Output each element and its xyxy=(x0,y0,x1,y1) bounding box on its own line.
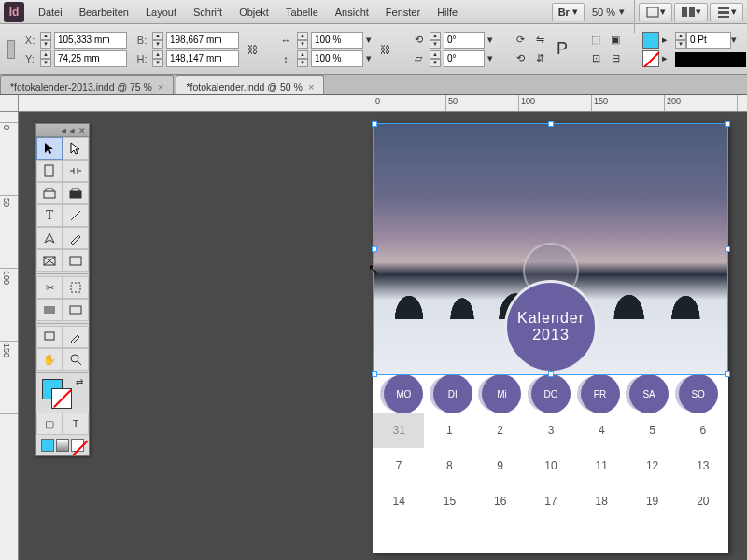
workspace-button[interactable]: ▾ xyxy=(710,3,743,21)
rotate-cw-icon[interactable]: ⟳ xyxy=(512,32,529,49)
menu-window[interactable]: Fenster xyxy=(377,3,429,21)
scale-x-icon: ↔ xyxy=(277,32,294,49)
flip-v-icon[interactable]: ⇵ xyxy=(531,50,548,67)
svg-rect-2 xyxy=(689,7,695,17)
resize-handle-e[interactable] xyxy=(725,246,730,252)
toolbox-panel[interactable]: ◄◄ ✕ T ✂ ✋ xyxy=(35,123,90,456)
day-header: Mi xyxy=(482,374,521,413)
note-tool[interactable] xyxy=(36,326,63,348)
y-input[interactable] xyxy=(54,50,127,67)
menu-type[interactable]: Schrift xyxy=(185,3,231,21)
menu-help[interactable]: Hilfe xyxy=(429,3,466,21)
selection-tool[interactable] xyxy=(36,137,63,160)
gap-tool[interactable] xyxy=(63,160,89,182)
h-spinner[interactable]: ▲▼ xyxy=(152,50,163,67)
selection-bounding-box[interactable] xyxy=(374,123,728,375)
none-mode-icon[interactable] xyxy=(71,439,84,452)
pencil-tool[interactable] xyxy=(63,227,89,249)
sy-spinner[interactable]: ▲▼ xyxy=(297,50,308,67)
resize-handle-s[interactable] xyxy=(548,371,554,377)
resize-handle-sw[interactable] xyxy=(372,371,377,377)
scale-x-input[interactable] xyxy=(311,32,363,49)
page-tool[interactable] xyxy=(36,160,63,182)
bridge-button[interactable]: Br ▾ xyxy=(552,3,585,21)
constrain-link-icon[interactable]: ⛓ xyxy=(247,41,259,58)
menu-layout[interactable]: Layout xyxy=(137,3,185,21)
ruler-vertical[interactable]: 0 50 100 150 xyxy=(0,112,19,560)
resize-handle-nw[interactable] xyxy=(372,121,377,127)
stroke-swatch[interactable] xyxy=(642,50,659,67)
line-tool[interactable] xyxy=(63,204,89,227)
arrange-button[interactable]: ▾ xyxy=(674,3,708,21)
day-header: SO xyxy=(679,374,718,413)
w-input[interactable] xyxy=(166,32,239,49)
type-tool[interactable]: T xyxy=(36,204,63,227)
apply-color-tool[interactable]: ▢ xyxy=(36,413,63,435)
flip-h-icon[interactable]: ⇋ xyxy=(531,32,548,49)
resize-handle-n[interactable] xyxy=(548,121,554,127)
ruler-horizontal[interactable]: 0 50 100 150 200 xyxy=(19,95,747,112)
cal-cell: 8 xyxy=(424,448,474,483)
content-collector-tool[interactable] xyxy=(36,182,63,204)
zoom-tool[interactable] xyxy=(63,348,89,371)
select-container-icon[interactable]: ▣ xyxy=(607,32,624,49)
close-icon[interactable]: × xyxy=(308,81,314,92)
rot-spinner[interactable]: ▲▼ xyxy=(430,32,441,49)
sx-spinner[interactable]: ▲▼ xyxy=(297,32,308,49)
stroke-weight-input[interactable] xyxy=(686,32,731,49)
screen-mode-button[interactable]: ▾ xyxy=(639,3,672,21)
eyedropper-tool[interactable] xyxy=(63,326,89,348)
stroke-swatch-tool[interactable] xyxy=(51,388,72,409)
zoom-select[interactable]: 50 % ▾ xyxy=(586,6,630,18)
reference-point[interactable] xyxy=(7,40,15,59)
shear-spinner[interactable]: ▲▼ xyxy=(430,50,441,67)
pen-tool[interactable] xyxy=(36,227,63,249)
close-icon[interactable]: × xyxy=(158,81,163,92)
menu-file[interactable]: Datei xyxy=(30,3,71,21)
direct-selection-tool[interactable] xyxy=(63,137,89,160)
resize-handle-se[interactable] xyxy=(725,371,730,377)
fit-frame-icon[interactable]: ⊟ xyxy=(607,50,624,67)
apply-text-tool[interactable]: T xyxy=(63,413,89,435)
rotate-ccw-icon[interactable]: ⟲ xyxy=(512,50,529,67)
resize-handle-ne[interactable] xyxy=(725,121,730,127)
scale-y-input[interactable] xyxy=(311,50,363,67)
swap-icon[interactable]: ⇄ xyxy=(76,377,83,387)
rotate-input[interactable] xyxy=(444,32,485,49)
ruler-origin[interactable] xyxy=(0,95,19,112)
menu-edit[interactable]: Bearbeiten xyxy=(71,3,137,21)
w-spinner[interactable]: ▲▼ xyxy=(152,32,163,49)
free-transform-tool[interactable] xyxy=(63,276,89,299)
fill-stroke-control[interactable]: ⇄ xyxy=(36,375,89,413)
x-label: X: xyxy=(22,35,37,46)
preview-mode-icon[interactable] xyxy=(56,439,69,452)
fit-content-icon[interactable]: ⊡ xyxy=(587,50,604,67)
menu-view[interactable]: Ansicht xyxy=(327,3,377,21)
x-spinner[interactable]: ▲▼ xyxy=(40,32,51,49)
paragraph-icon[interactable]: P xyxy=(556,41,569,58)
resize-handle-w[interactable] xyxy=(372,246,377,252)
doc-tab-1[interactable]: *fotokalender.indd @ 50 %× xyxy=(176,75,324,94)
gradient-swatch-tool[interactable] xyxy=(36,299,63,321)
constrain-scale-icon[interactable]: ⛓ xyxy=(379,41,391,58)
normal-mode-icon[interactable] xyxy=(41,439,54,452)
scissors-tool[interactable]: ✂ xyxy=(36,276,63,299)
h-input[interactable] xyxy=(166,50,239,67)
toolbox-header[interactable]: ◄◄ ✕ xyxy=(36,124,89,137)
shear-input[interactable] xyxy=(444,50,485,67)
menu-table[interactable]: Tabelle xyxy=(277,3,327,21)
fill-swatch[interactable] xyxy=(642,32,659,49)
select-content-icon[interactable]: ⬚ xyxy=(587,32,604,49)
content-placer-tool[interactable] xyxy=(63,182,89,204)
x-input[interactable] xyxy=(54,32,127,49)
menu-object[interactable]: Objekt xyxy=(231,3,277,21)
hand-tool[interactable]: ✋ xyxy=(36,348,63,371)
rectangle-frame-tool[interactable] xyxy=(36,249,63,272)
rectangle-tool[interactable] xyxy=(63,249,89,272)
stroke-style-select[interactable] xyxy=(675,52,746,67)
cal-cell: 31 xyxy=(374,413,424,448)
gradient-feather-tool[interactable] xyxy=(63,299,89,321)
strokew-spinner[interactable]: ▲▼ xyxy=(675,32,686,49)
y-spinner[interactable]: ▲▼ xyxy=(40,50,51,67)
doc-tab-0[interactable]: *fotokalender-2013.indd @ 75 %× xyxy=(0,75,174,94)
